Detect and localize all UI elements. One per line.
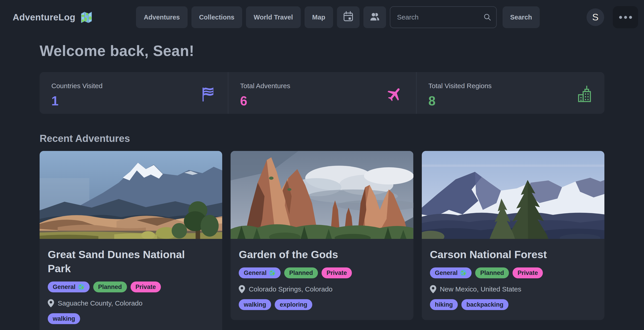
location-text: Saguache County, Colorado (58, 299, 142, 307)
location-text: Colorado Springs, Colorado (249, 285, 332, 293)
badge-row: General Planned Private (430, 267, 596, 278)
badge-planned: Planned (284, 267, 318, 278)
page-title: Welcome back, Sean! (40, 42, 604, 59)
badge-general: General (239, 267, 280, 278)
adventure-title: Carson National Forest (430, 247, 596, 262)
search-area: Search (390, 6, 540, 28)
users-icon (369, 11, 380, 24)
stat-value: 6 (240, 93, 290, 108)
adventure-card-great-sand-dunes[interactable]: Great Sand Dunes National Park General P… (40, 151, 222, 330)
tag-hiking: hiking (430, 299, 458, 310)
location-pin-icon (48, 299, 54, 307)
globe-icon (269, 269, 276, 276)
globe-icon (460, 269, 466, 276)
stat-value: 8 (428, 93, 492, 108)
badge-private: Private (322, 267, 352, 278)
badge-private: Private (130, 281, 161, 292)
badge-general: General (48, 281, 90, 292)
recent-adventures-grid: Great Sand Dunes National Park General P… (40, 151, 604, 330)
search-icon (484, 13, 491, 21)
card-body: Garden of the Gods General Planned Priva… (230, 239, 413, 320)
badge-row: General Planned Private (239, 267, 405, 278)
location-pin-icon (430, 285, 436, 293)
brand-logo[interactable]: AdventureLog (13, 11, 93, 24)
search-button[interactable]: Search (502, 6, 540, 28)
badge-row: General Planned Private (48, 281, 214, 292)
stat-label: Countries Visited (51, 82, 102, 90)
more-menu-button[interactable] (613, 6, 638, 28)
nav-button-collections[interactable]: Collections (192, 6, 242, 28)
tag-row: walking (48, 313, 214, 324)
nav-links: Adventures Collections World Travel Map (136, 6, 386, 28)
nav-button-adventures[interactable]: Adventures (136, 6, 188, 28)
city-icon (577, 86, 592, 114)
search-input[interactable] (390, 6, 497, 28)
adventure-card-garden-of-the-gods[interactable]: Garden of the Gods General Planned Priva… (230, 151, 413, 320)
badge-general: General (430, 267, 472, 278)
nav-button-world-travel[interactable]: World Travel (246, 6, 301, 28)
location-pin-icon (239, 285, 245, 293)
avatar-initial: S (592, 12, 598, 23)
tag-backpacking: backpacking (462, 299, 508, 310)
location-row: Saguache County, Colorado (48, 299, 214, 307)
map-emoji-icon (80, 11, 93, 24)
card-body: Great Sand Dunes National Park General P… (40, 239, 222, 330)
badge-private: Private (512, 267, 543, 278)
badge-planned: Planned (93, 281, 127, 292)
avatar[interactable]: S (586, 8, 604, 26)
globe-icon (78, 283, 85, 290)
stat-label: Total Visited Regions (428, 82, 492, 90)
card-body: Carson National Forest General Planned P… (422, 239, 604, 320)
tag-walking: walking (239, 299, 271, 310)
stat-total-adventures: Total Adventures 6 (228, 72, 416, 114)
nav-button-map[interactable]: Map (304, 6, 333, 28)
plane-icon (386, 86, 404, 114)
calendar-button[interactable] (337, 6, 360, 28)
shared-users-button[interactable] (364, 6, 386, 28)
tag-row: hiking backpacking (430, 299, 596, 310)
search-box (390, 6, 497, 28)
tag-walking: walking (48, 313, 80, 324)
tag-exploring: exploring (275, 299, 312, 310)
stat-label: Total Adventures (240, 82, 290, 90)
calendar-icon (342, 11, 354, 24)
adventure-title: Great Sand Dunes National Park (48, 247, 195, 276)
section-title-recent-adventures: Recent Adventures (40, 133, 604, 144)
adventure-photo-red-rocks (230, 151, 413, 239)
navbar: AdventureLog Adventures Collections Worl… (0, 0, 644, 35)
stats-row: Countries Visited 1 Total Adventures 6 (40, 72, 604, 114)
adventure-card-carson-national-forest[interactable]: Carson National Forest General Planned P… (422, 151, 604, 320)
location-text: New Mexico, United States (440, 285, 521, 293)
adventure-photo-snowy-forest (422, 151, 604, 239)
adventure-title: Garden of the Gods (239, 247, 405, 262)
adventure-photo-sand-dunes (40, 151, 222, 239)
main-content: Welcome back, Sean! Countries Visited 1 … (0, 42, 644, 330)
location-row: New Mexico, United States (430, 285, 596, 293)
location-row: Colorado Springs, Colorado (239, 285, 405, 293)
stat-total-visited-regions: Total Visited Regions 8 (416, 72, 604, 114)
badge-planned: Planned (475, 267, 509, 278)
stat-value: 1 (51, 93, 102, 108)
brand-name: AdventureLog (13, 12, 75, 23)
tag-row: walking exploring (239, 299, 405, 310)
flag-icon (202, 86, 215, 114)
nav-right: S (586, 6, 638, 28)
ellipsis-icon (619, 16, 632, 19)
stat-countries-visited: Countries Visited 1 (40, 72, 228, 114)
